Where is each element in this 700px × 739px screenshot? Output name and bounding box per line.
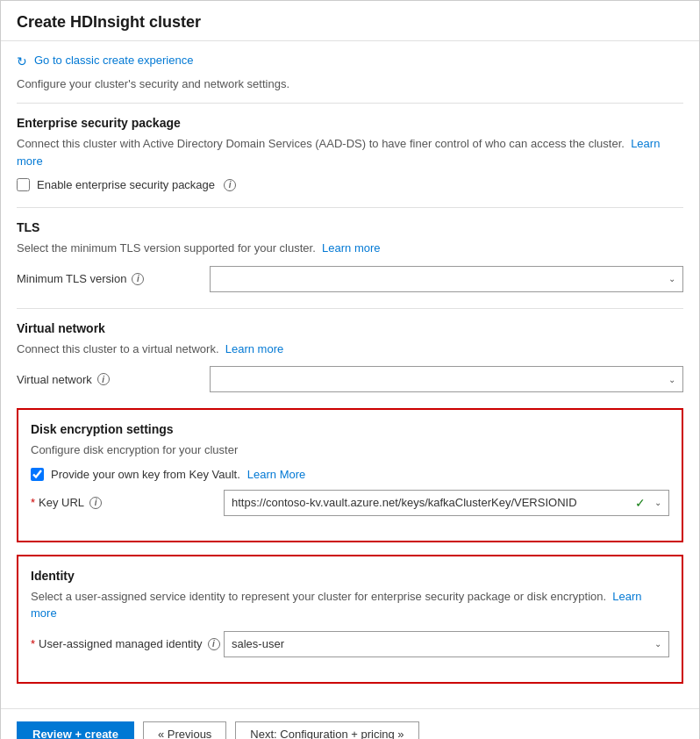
disk-encryption-section: Disk encryption settings Configure disk … (17, 408, 683, 542)
enterprise-security-section: Enterprise security package Connect this… (17, 116, 683, 191)
virtual-network-dropdown[interactable]: ⌄ (210, 366, 683, 392)
previous-button[interactable]: « Previous (143, 721, 226, 740)
identity-section: Identity Select a user-assigned service … (17, 555, 683, 684)
identity-info-icon[interactable]: i (208, 638, 220, 650)
tls-section: TLS Select the minimum TLS version suppo… (17, 220, 683, 292)
tls-learn-more-link[interactable]: Learn more (322, 241, 380, 255)
identity-description: Select a user-assigned service identity … (31, 588, 669, 622)
key-url-dropdown-value: https://contoso-kv.vault.azure.net/keys/… (232, 496, 635, 509)
identity-dropdown-arrow: ⌄ (654, 639, 661, 649)
identity-header: Identity (31, 569, 669, 583)
footer: Review + create « Previous Next: Configu… (1, 708, 699, 740)
identity-dropdown[interactable]: sales-user ⌄ (224, 631, 669, 657)
classic-link-label: Go to classic create experience (34, 54, 193, 67)
virtual-network-field-label: Virtual network i (17, 373, 210, 386)
tls-field-row: Minimum TLS version i ⌄ (17, 266, 683, 292)
disk-encryption-checkbox-row: Provide your own key from Key Vault. Lea… (31, 468, 669, 481)
key-url-dropdown-arrow: ⌄ (654, 498, 661, 507)
key-url-valid-icon: ✓ (635, 496, 646, 510)
disk-encryption-checkbox[interactable] (31, 468, 44, 481)
virtual-network-dropdown-arrow: ⌄ (668, 375, 675, 384)
key-url-info-icon[interactable]: i (89, 497, 102, 509)
key-url-field-row: * Key URL i https://contoso-kv.vault.azu… (31, 490, 669, 516)
divider-1 (17, 207, 683, 208)
enterprise-security-checkbox-row: Enable enterprise security package i (17, 178, 683, 191)
tls-dropdown[interactable]: ⌄ (210, 266, 683, 292)
tls-dropdown-arrow: ⌄ (668, 274, 675, 283)
enterprise-security-header: Enterprise security package (17, 116, 683, 130)
virtual-network-section: Virtual network Connect this cluster to … (17, 321, 683, 393)
content-area: ↻ Go to classic create experience Config… (1, 41, 699, 708)
tls-description: Select the minimum TLS version supported… (17, 240, 683, 257)
next-button[interactable]: Next: Configuration + pricing » (235, 721, 418, 740)
key-url-field-label: * Key URL i (31, 496, 224, 509)
virtual-network-description: Connect this cluster to a virtual networ… (17, 341, 683, 358)
enterprise-security-checkbox-label: Enable enterprise security package (37, 178, 215, 191)
key-url-dropdown[interactable]: https://contoso-kv.vault.azure.net/keys/… (224, 490, 669, 516)
enterprise-security-description: Connect this cluster with Active Directo… (17, 135, 683, 169)
identity-field-label: * User-assigned managed identity i (31, 637, 224, 650)
disk-encryption-checkbox-label: Provide your own key from Key Vault. (51, 468, 240, 481)
enterprise-security-info-icon[interactable]: i (224, 179, 236, 191)
disk-encryption-header: Disk encryption settings (31, 422, 669, 436)
virtual-network-learn-more-link[interactable]: Learn more (225, 342, 283, 355)
classic-experience-link[interactable]: ↻ Go to classic create experience (17, 54, 683, 67)
tls-info-icon[interactable]: i (132, 273, 144, 285)
identity-dropdown-value: sales-user (232, 637, 649, 650)
tls-field-label: Minimum TLS version i (17, 272, 210, 285)
key-url-required-star: * (31, 496, 35, 509)
tls-header: TLS (17, 220, 683, 234)
review-create-button[interactable]: Review + create (17, 721, 134, 740)
identity-required-star: * (31, 637, 35, 650)
identity-field-row: * User-assigned managed identity i sales… (31, 631, 669, 657)
virtual-network-field-row: Virtual network i ⌄ (17, 366, 683, 392)
divider-2 (17, 308, 683, 309)
disk-encryption-description: Configure disk encryption for your clust… (31, 441, 669, 459)
virtual-network-info-icon[interactable]: i (97, 373, 110, 385)
refresh-icon: ↻ (17, 54, 29, 67)
enterprise-security-checkbox[interactable] (17, 178, 30, 191)
intro-description: Configure your cluster's security and ne… (17, 77, 683, 90)
page-title: Create HDInsight cluster (1, 1, 699, 41)
top-divider (17, 103, 683, 104)
disk-encryption-learn-more-link[interactable]: Learn More (247, 468, 305, 481)
main-window: Create HDInsight cluster ↻ Go to classic… (0, 0, 700, 739)
virtual-network-header: Virtual network (17, 321, 683, 335)
